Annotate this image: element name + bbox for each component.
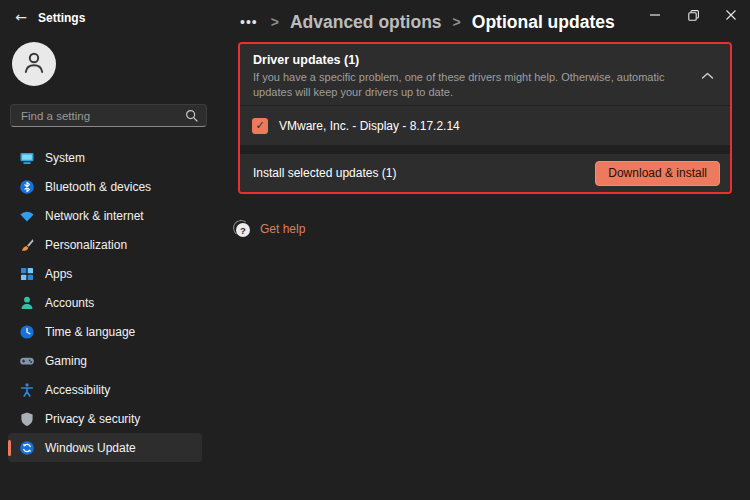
accounts-icon (19, 295, 35, 311)
divider (240, 145, 730, 154)
bluetooth-icon (19, 179, 35, 195)
sidebar-item-personalization[interactable]: Personalization (8, 230, 202, 259)
chevron-up-icon (701, 68, 714, 83)
restore-icon (688, 10, 699, 21)
maximize-button[interactable] (674, 0, 712, 30)
update-checkbox[interactable]: ✓ (252, 118, 268, 134)
sidebar-item-gaming[interactable]: Gaming (8, 346, 202, 375)
close-icon (726, 10, 736, 20)
sidebar-item-accounts[interactable]: Accounts (8, 288, 202, 317)
download-install-button[interactable]: Download & install (595, 161, 720, 186)
sidebar: System Bluetooth & devices Network & int… (0, 0, 208, 500)
apps-icon (19, 266, 35, 282)
close-button[interactable] (712, 0, 750, 30)
breadcrumb: ••• > Advanced options > Optional update… (238, 6, 615, 38)
page-title: Optional updates (472, 12, 615, 33)
sidebar-item-network-internet[interactable]: Network & internet (8, 201, 202, 230)
sidebar-item-time-language[interactable]: Time & language (8, 317, 202, 346)
search-box (10, 104, 207, 127)
gaming-icon (19, 353, 35, 369)
install-selected-label: Install selected updates (1) (253, 166, 396, 180)
collapse-expander-button[interactable] (696, 66, 718, 84)
sidebar-nav: System Bluetooth & devices Network & int… (0, 143, 208, 462)
driver-updates-header[interactable]: Driver updates (1) If you have a specifi… (240, 44, 730, 105)
window-controls (636, 0, 750, 30)
minimize-icon (650, 14, 660, 16)
get-help-label: Get help (260, 222, 305, 236)
update-item-row[interactable]: ✓ VMware, Inc. - Display - 8.17.2.14 (240, 106, 730, 145)
driver-updates-description: If you have a specific problem, one of t… (253, 70, 686, 100)
sidebar-item-system[interactable]: System (8, 143, 202, 172)
person-icon (20, 48, 48, 80)
sidebar-item-bluetooth-devices[interactable]: Bluetooth & devices (8, 172, 202, 201)
chevron-right-icon: > (453, 14, 461, 30)
accessibility-icon (19, 382, 35, 398)
windows-update-icon (19, 440, 35, 456)
system-icon (19, 150, 35, 166)
sidebar-item-accessibility[interactable]: Accessibility (8, 375, 202, 404)
sidebar-item-privacy-security[interactable]: Privacy & security (8, 404, 202, 433)
personalization-icon (19, 237, 35, 253)
driver-updates-card: Driver updates (1) If you have a specifi… (238, 42, 732, 194)
search-icon (185, 109, 198, 122)
network-icon (19, 208, 35, 224)
install-footer: Install selected updates (1) Download & … (240, 154, 730, 192)
time-language-icon (19, 324, 35, 340)
privacy-security-icon (19, 411, 35, 427)
sidebar-item-apps[interactable]: Apps (8, 259, 202, 288)
update-item-label: VMware, Inc. - Display - 8.17.2.14 (279, 119, 460, 133)
breadcrumb-ellipsis-button[interactable]: ••• (238, 7, 260, 37)
help-icon: ? (236, 223, 250, 237)
sidebar-item-windows-update[interactable]: Windows Update (8, 433, 202, 462)
breadcrumb-advanced-options[interactable]: Advanced options (290, 12, 442, 33)
user-avatar[interactable] (12, 42, 56, 86)
driver-updates-title: Driver updates (1) (253, 53, 686, 67)
minimize-button[interactable] (636, 0, 674, 30)
selected-indicator (8, 440, 11, 456)
search-input[interactable] (11, 110, 185, 122)
chevron-right-icon: > (271, 14, 279, 30)
get-help-link[interactable]: ? Get help (236, 221, 305, 237)
